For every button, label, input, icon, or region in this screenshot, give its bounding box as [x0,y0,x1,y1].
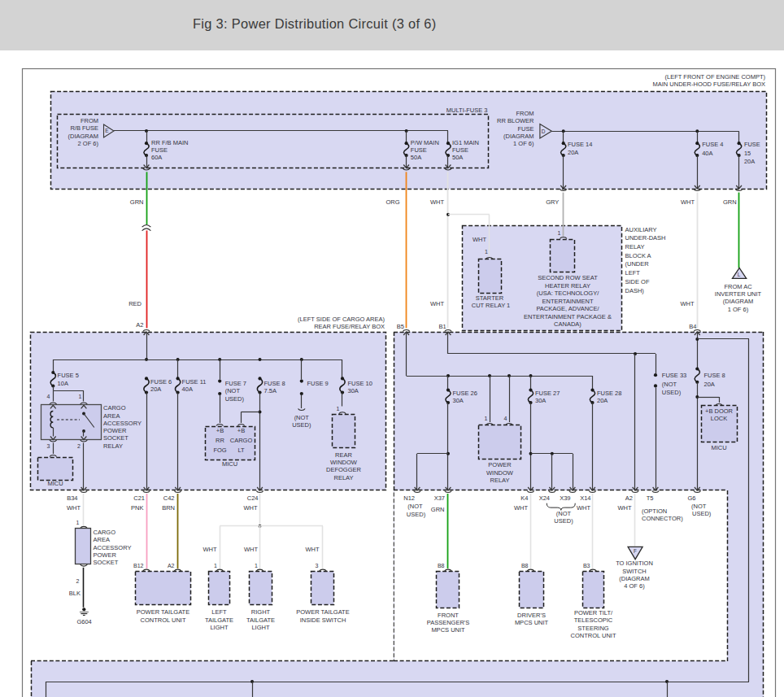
svg-text:ACCESSORY: ACCESSORY [103,420,142,427]
svg-text:WHT: WHT [681,198,695,206]
svg-text:LEFT: LEFT [625,269,641,277]
svg-text:FUSE 14: FUSE 14 [568,141,592,148]
svg-text:(LEFT FRONT OF ENGINE COMPT): (LEFT FRONT OF ENGINE COMPT) [665,73,766,81]
svg-text:CARGO: CARGO [103,404,126,412]
svg-text:F: F [634,548,637,554]
svg-text:RELAY: RELAY [490,477,509,484]
svg-text:RELAY: RELAY [333,474,353,481]
svg-text:FROM: FROM [516,110,534,117]
svg-text:K4: K4 [520,494,528,502]
svg-text:20A: 20A [704,381,715,388]
svg-text:P/W MAIN: P/W MAIN [411,139,439,146]
svg-text:POWER: POWER [488,461,512,468]
svg-text:1 OF 6): 1 OF 6) [728,306,749,313]
svg-text:ORG: ORG [386,198,400,206]
svg-text:GRN: GRN [723,198,737,206]
svg-text:FUSE 6: FUSE 6 [150,378,172,386]
svg-text:FROM AC: FROM AC [724,283,752,290]
svg-text:LOCK: LOCK [711,415,727,422]
svg-text:FUSE 10: FUSE 10 [348,380,372,387]
svg-text:(NOT: (NOT [407,503,423,510]
svg-text:POWER: POWER [103,427,127,434]
svg-text:CONTROL UNIT: CONTROL UNIT [571,632,616,639]
svg-text:USED): USED) [662,389,682,396]
svg-text:GRY: GRY [546,198,559,206]
svg-text:GRN: GRN [130,198,144,206]
svg-text:ACCESSORY: ACCESSORY [94,544,132,551]
svg-text:10A: 10A [58,380,68,387]
svg-text:RR: RR [216,437,224,444]
svg-text:2 OF 6): 2 OF 6) [78,140,99,147]
svg-text:FOG: FOG [213,447,226,454]
svg-text:TO IGNITION: TO IGNITION [616,560,653,567]
svg-text:WHT: WHT [577,504,590,512]
svg-text:FUSE 7: FUSE 7 [225,380,246,387]
svg-text:FUSE 8: FUSE 8 [264,380,285,387]
svg-text:ENTERTAINMENT: ENTERTAINMENT [542,298,593,305]
svg-text:(USA: TECHNOLOGY/: (USA: TECHNOLOGY/ [537,290,599,297]
svg-text:RR BLOWER: RR BLOWER [497,117,534,124]
svg-text:WHT: WHT [430,198,444,206]
svg-text:PACKAGE, ADVANCE/: PACKAGE, ADVANCE/ [536,305,599,312]
svg-text:MICU: MICU [711,444,726,451]
svg-text:MAIN UNDER-HOOD FUSE/RELAY BOX: MAIN UNDER-HOOD FUSE/RELAY BOX [653,81,766,88]
svg-text:AUXILIARY: AUXILIARY [625,226,657,233]
svg-text:20A: 20A [150,386,161,393]
svg-text:BLK: BLK [69,590,81,597]
svg-text:MPCS UNIT: MPCS UNIT [515,619,549,626]
svg-text:FUSE: FUSE [151,146,168,154]
svg-text:USED): USED) [292,421,311,429]
svg-text:50A: 50A [452,154,463,161]
svg-text:1: 1 [485,249,488,255]
svg-text:B3: B3 [583,563,590,568]
svg-text:FRONT: FRONT [438,612,459,619]
svg-text:20A: 20A [744,158,755,165]
svg-text:MICU: MICU [222,460,237,468]
svg-text:STARTER: STARTER [476,294,504,302]
svg-text:Fig 3: Power Distribution Circ: Fig 3: Power Distribution Circuit (3 of … [193,16,436,31]
svg-text:PASSENGER'S: PASSENGER'S [427,619,470,626]
svg-text:DEFOGGER: DEFOGGER [326,466,362,473]
svg-text:POWER: POWER [94,551,117,559]
svg-text:30A: 30A [535,397,546,404]
svg-text:CONTROL UNIT: CONTROL UNIT [141,616,186,624]
svg-text:B34: B34 [67,494,77,502]
svg-text:N12: N12 [403,494,415,502]
svg-text:CANADA): CANADA) [554,320,581,328]
svg-text:TELESCOPIC: TELESCOPIC [574,616,613,624]
svg-text:USED): USED) [407,511,426,518]
svg-text:1: 1 [79,394,82,399]
svg-text:7.5A: 7.5A [264,387,277,394]
svg-text:(LEFT SIDE OF CARGO AREA): (LEFT SIDE OF CARGO AREA) [298,316,385,323]
svg-text:CARGO: CARGO [94,529,116,536]
svg-text:DASH): DASH) [625,287,645,294]
svg-text:(NOT: (NOT [225,387,241,394]
svg-text:MULTI-FUSE 3: MULTI-FUSE 3 [446,107,488,114]
svg-text:CUT RELAY 1: CUT RELAY 1 [472,302,511,309]
svg-text:E: E [105,128,109,133]
svg-text:X37: X37 [434,494,445,502]
svg-text:1: 1 [76,520,80,525]
svg-text:LIGHT: LIGHT [210,624,229,631]
svg-text:AREA: AREA [103,412,120,420]
svg-text:C21: C21 [133,494,145,502]
svg-text:50A: 50A [411,154,421,161]
svg-text:POWER TAILGATE: POWER TAILGATE [137,608,189,616]
svg-text:WHT: WHT [617,504,631,512]
svg-text:20A: 20A [568,149,578,156]
svg-text:D: D [542,129,546,134]
svg-text:3: 3 [47,443,50,449]
svg-text:2: 2 [76,578,80,584]
svg-text:B8: B8 [438,563,445,568]
svg-text:IG1 MAIN: IG1 MAIN [452,139,479,146]
svg-text:REAR FUSE/RELAY BOX: REAR FUSE/RELAY BOX [314,323,385,330]
svg-text:T5: T5 [647,494,654,502]
svg-text:FUSE 11: FUSE 11 [182,378,207,386]
svg-text:3: 3 [316,563,319,568]
svg-text:USED): USED) [225,395,245,403]
svg-text:WHT: WHT [305,546,319,553]
svg-text:FUSE 9: FUSE 9 [307,380,329,387]
svg-text:X14: X14 [580,494,590,502]
svg-text:1 OF 6): 1 OF 6) [513,140,534,147]
svg-text:REAR: REAR [335,451,352,459]
